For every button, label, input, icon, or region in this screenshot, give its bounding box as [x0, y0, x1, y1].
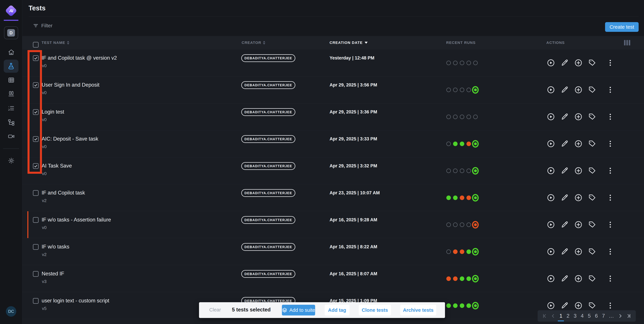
tag-button[interactable]: [588, 86, 596, 94]
edit-test-button[interactable]: [560, 86, 569, 94]
column-test-name[interactable]: TEST NAME: [42, 36, 69, 49]
workspace-switcher[interactable]: D: [4, 26, 18, 39]
run-test-button[interactable]: [547, 302, 555, 310]
more-actions-button[interactable]: [606, 167, 614, 175]
test-name[interactable]: IF and Copilot task @ version v2: [42, 55, 117, 61]
test-name[interactable]: IF and Copilot task: [42, 190, 85, 196]
row-checkbox[interactable]: [33, 217, 38, 223]
page-button-3[interactable]: 3: [573, 313, 577, 319]
tag-button[interactable]: [588, 167, 596, 175]
more-actions-button[interactable]: [606, 194, 614, 202]
more-actions-button[interactable]: [606, 113, 614, 121]
sidebar-item-test-plans[interactable]: [0, 105, 22, 112]
run-test-button[interactable]: [547, 167, 555, 175]
sidebar-item-results[interactable]: [0, 76, 22, 84]
row-checkbox[interactable]: [33, 298, 38, 304]
sidebar-item-recordings[interactable]: [0, 133, 22, 140]
first-page-button[interactable]: [542, 314, 547, 319]
last-page-button[interactable]: [626, 314, 632, 319]
more-actions-button[interactable]: [606, 275, 614, 283]
test-name[interactable]: AIC: Deposit - Save task: [42, 136, 98, 142]
edit-test-button[interactable]: [560, 140, 569, 148]
select-all-checkbox[interactable]: [33, 42, 38, 48]
run-test-button[interactable]: [547, 248, 555, 256]
test-name[interactable]: Login test: [42, 109, 64, 115]
column-creator[interactable]: CREATOR: [242, 36, 265, 49]
test-name[interactable]: AI Task Save: [42, 163, 72, 169]
tag-button[interactable]: [588, 140, 596, 148]
run-test-button[interactable]: [547, 140, 555, 148]
add-to-suite-button[interactable]: [574, 248, 582, 256]
run-test-button[interactable]: [547, 86, 555, 94]
row-checkbox[interactable]: [33, 109, 38, 115]
more-actions-button[interactable]: [606, 221, 614, 229]
tag-button[interactable]: [588, 113, 596, 121]
sidebar-item-test-suites[interactable]: [0, 90, 22, 98]
more-actions-button[interactable]: [606, 86, 614, 94]
run-test-button[interactable]: [547, 275, 555, 283]
page-button-1[interactable]: 1: [559, 313, 562, 319]
add-to-suite-button[interactable]: [574, 221, 582, 229]
prev-page-button[interactable]: [550, 314, 556, 319]
page-button-4[interactable]: 4: [580, 313, 584, 319]
row-checkbox[interactable]: [33, 190, 38, 196]
row-checkbox[interactable]: [33, 82, 38, 88]
add-to-suite-bulk-button[interactable]: Add to suite: [282, 305, 315, 316]
more-actions-button[interactable]: [606, 248, 614, 256]
add-to-suite-button[interactable]: [574, 140, 582, 148]
edit-test-button[interactable]: [560, 167, 569, 175]
add-to-suite-button[interactable]: [574, 86, 582, 94]
row-checkbox[interactable]: [33, 163, 38, 169]
test-name[interactable]: User Sign In and Deposit: [42, 82, 100, 88]
sidebar-item-settings[interactable]: [0, 157, 22, 164]
edit-test-button[interactable]: [560, 59, 569, 67]
page-button-6[interactable]: 6: [594, 313, 598, 319]
run-test-button[interactable]: [547, 221, 555, 229]
test-name[interactable]: user login text - custom script: [42, 298, 109, 304]
run-test-button[interactable]: [547, 113, 555, 121]
app-logo-icon[interactable]: AI: [5, 4, 17, 17]
page-button-7[interactable]: 7: [602, 313, 605, 319]
add-to-suite-button[interactable]: [574, 194, 582, 202]
test-name[interactable]: IF w/o tasks - Assertion failure: [42, 217, 111, 223]
row-checkbox[interactable]: [33, 244, 38, 250]
next-page-button[interactable]: [618, 314, 623, 319]
add-to-suite-button[interactable]: [574, 167, 582, 175]
tag-button[interactable]: [588, 302, 596, 310]
filter-button[interactable]: Filter: [33, 23, 52, 28]
page-button-5[interactable]: 5: [588, 313, 591, 319]
tag-button[interactable]: [588, 194, 596, 202]
columns-settings-icon[interactable]: [624, 40, 630, 45]
edit-test-button[interactable]: [560, 194, 569, 202]
tag-button[interactable]: [588, 59, 596, 67]
tag-button[interactable]: [588, 275, 596, 283]
row-checkbox[interactable]: [33, 136, 38, 142]
more-actions-button[interactable]: [606, 59, 614, 67]
more-actions-button[interactable]: [606, 140, 614, 148]
edit-test-button[interactable]: [560, 113, 569, 121]
add-tag-bulk-button[interactable]: Add tag: [325, 305, 350, 316]
page-button-2[interactable]: 2: [566, 313, 570, 319]
add-to-suite-button[interactable]: [574, 113, 582, 121]
edit-test-button[interactable]: [560, 302, 569, 310]
clone-tests-button[interactable]: Clone tests: [359, 305, 391, 316]
add-to-suite-button[interactable]: [574, 302, 582, 310]
user-avatar[interactable]: DC: [6, 306, 16, 317]
tag-button[interactable]: [588, 248, 596, 256]
sidebar-item-home[interactable]: [0, 48, 22, 56]
add-to-suite-button[interactable]: [574, 59, 582, 67]
tag-button[interactable]: [588, 221, 596, 229]
column-creation-date[interactable]: CREATION DATE: [330, 36, 368, 49]
add-to-suite-button[interactable]: [574, 275, 582, 283]
test-name[interactable]: Nested IF: [42, 271, 64, 277]
run-test-button[interactable]: [547, 194, 555, 202]
sidebar-item-workflows[interactable]: [0, 119, 22, 126]
row-checkbox[interactable]: [33, 271, 38, 277]
edit-test-button[interactable]: [560, 221, 569, 229]
edit-test-button[interactable]: [560, 275, 569, 283]
more-actions-button[interactable]: [606, 302, 614, 310]
sidebar-item-tests[interactable]: [4, 60, 18, 73]
clear-selection-button[interactable]: Clear: [209, 307, 221, 313]
create-test-button[interactable]: Create test: [605, 22, 639, 32]
edit-test-button[interactable]: [560, 248, 569, 256]
